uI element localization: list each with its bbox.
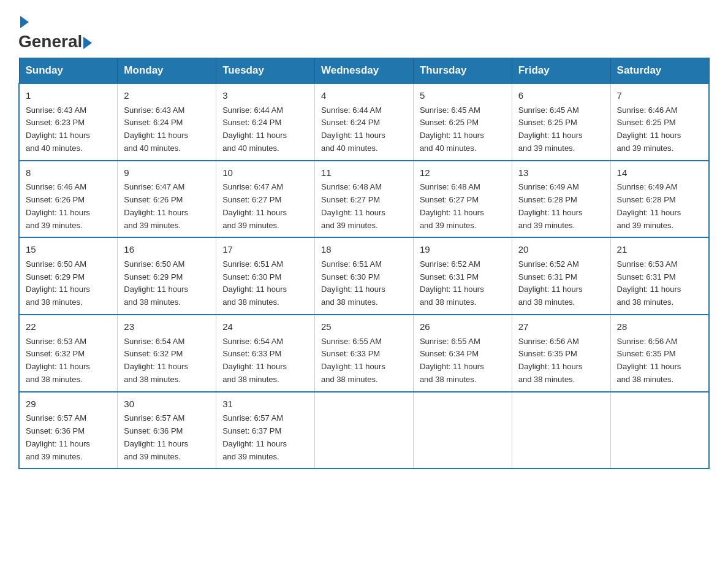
calendar-cell: 15Sunrise: 6:50 AMSunset: 6:29 PMDayligh… [19,237,118,315]
day-number: 29 [26,397,111,412]
calendar-cell: 31Sunrise: 6:57 AMSunset: 6:37 PMDayligh… [216,392,315,469]
day-info: Sunrise: 6:48 AMSunset: 6:27 PMDaylight:… [321,182,385,229]
day-info: Sunrise: 6:45 AMSunset: 6:25 PMDaylight:… [420,105,484,153]
calendar-cell: 3Sunrise: 6:44 AMSunset: 6:24 PMDaylight… [216,83,315,161]
day-number: 9 [124,166,210,180]
calendar-week-row: 15Sunrise: 6:50 AMSunset: 6:29 PMDayligh… [19,237,709,315]
day-number: 15 [26,243,111,257]
day-info: Sunrise: 6:50 AMSunset: 6:29 PMDaylight:… [26,259,90,307]
day-number: 14 [617,166,702,180]
day-info: Sunrise: 6:57 AMSunset: 6:36 PMDaylight:… [26,413,90,461]
calendar-week-row: 8Sunrise: 6:46 AMSunset: 6:26 PMDaylight… [19,161,709,238]
day-number: 12 [420,166,506,180]
calendar-week-row: 29Sunrise: 6:57 AMSunset: 6:36 PMDayligh… [19,392,709,469]
day-info: Sunrise: 6:46 AMSunset: 6:26 PMDaylight:… [26,182,90,229]
header-wednesday: Wednesday [315,58,414,84]
day-number: 5 [420,89,506,103]
day-number: 28 [617,320,702,334]
day-info: Sunrise: 6:53 AMSunset: 6:31 PMDaylight:… [617,259,681,307]
day-info: Sunrise: 6:53 AMSunset: 6:32 PMDaylight:… [26,337,90,384]
day-info: Sunrise: 6:49 AMSunset: 6:28 PMDaylight:… [518,182,583,229]
calendar-cell: 4Sunrise: 6:44 AMSunset: 6:24 PMDaylight… [315,83,414,161]
calendar-header-row: SundayMondayTuesdayWednesdayThursdayFrid… [19,58,709,84]
header-tuesday: Tuesday [216,58,315,84]
day-info: Sunrise: 6:49 AMSunset: 6:28 PMDaylight:… [617,182,681,229]
calendar-cell: 26Sunrise: 6:55 AMSunset: 6:34 PMDayligh… [413,315,512,392]
calendar-cell: 25Sunrise: 6:55 AMSunset: 6:33 PMDayligh… [315,315,414,392]
calendar-cell: 1Sunrise: 6:43 AMSunset: 6:23 PMDaylight… [19,83,118,161]
day-number: 3 [222,89,308,103]
day-info: Sunrise: 6:54 AMSunset: 6:33 PMDaylight:… [222,337,287,384]
day-number: 11 [321,166,407,180]
calendar-cell: 5Sunrise: 6:45 AMSunset: 6:25 PMDaylight… [413,83,512,161]
day-number: 26 [420,320,506,334]
day-number: 17 [222,243,308,257]
day-info: Sunrise: 6:43 AMSunset: 6:23 PMDaylight:… [26,105,90,153]
calendar-cell: 18Sunrise: 6:51 AMSunset: 6:30 PMDayligh… [315,237,414,315]
day-number: 7 [617,89,702,103]
day-info: Sunrise: 6:47 AMSunset: 6:26 PMDaylight:… [124,182,188,229]
day-number: 27 [518,320,604,334]
day-info: Sunrise: 6:56 AMSunset: 6:35 PMDaylight:… [518,337,583,384]
day-info: Sunrise: 6:50 AMSunset: 6:29 PMDaylight:… [124,259,188,307]
calendar-cell: 30Sunrise: 6:57 AMSunset: 6:36 PMDayligh… [118,392,216,469]
logo-arrow-icon [20,16,29,28]
calendar-cell: 12Sunrise: 6:48 AMSunset: 6:27 PMDayligh… [413,161,512,238]
day-number: 6 [518,89,604,103]
day-info: Sunrise: 6:51 AMSunset: 6:30 PMDaylight:… [321,259,385,307]
calendar-cell: 17Sunrise: 6:51 AMSunset: 6:30 PMDayligh… [216,237,315,315]
day-info: Sunrise: 6:45 AMSunset: 6:25 PMDaylight:… [518,105,583,153]
day-info: Sunrise: 6:57 AMSunset: 6:37 PMDaylight:… [222,413,287,461]
calendar-cell: 10Sunrise: 6:47 AMSunset: 6:27 PMDayligh… [216,161,315,238]
day-info: Sunrise: 6:56 AMSunset: 6:35 PMDaylight:… [617,337,681,384]
calendar-cell: 6Sunrise: 6:45 AMSunset: 6:25 PMDaylight… [512,83,610,161]
day-info: Sunrise: 6:57 AMSunset: 6:36 PMDaylight:… [124,413,188,461]
calendar-table: SundayMondayTuesdayWednesdayThursdayFrid… [18,58,710,469]
day-number: 25 [321,320,407,334]
day-info: Sunrise: 6:48 AMSunset: 6:27 PMDaylight:… [420,182,484,229]
calendar-cell: 22Sunrise: 6:53 AMSunset: 6:32 PMDayligh… [19,315,118,392]
day-number: 2 [124,89,210,103]
logo-general-line2: General [18,32,82,51]
calendar-cell [610,392,709,469]
day-number: 24 [222,320,308,334]
header-thursday: Thursday [413,58,512,84]
calendar-cell: 24Sunrise: 6:54 AMSunset: 6:33 PMDayligh… [216,315,315,392]
day-info: Sunrise: 6:44 AMSunset: 6:24 PMDaylight:… [321,105,385,153]
calendar-cell: 13Sunrise: 6:49 AMSunset: 6:28 PMDayligh… [512,161,610,238]
calendar-cell: 11Sunrise: 6:48 AMSunset: 6:27 PMDayligh… [315,161,414,238]
calendar-cell [512,392,610,469]
calendar-cell: 23Sunrise: 6:54 AMSunset: 6:32 PMDayligh… [118,315,216,392]
logo: General [18,12,93,47]
day-info: Sunrise: 6:43 AMSunset: 6:24 PMDaylight:… [124,105,188,153]
day-number: 18 [321,243,407,257]
header-sunday: Sunday [19,58,118,84]
day-number: 10 [222,166,308,180]
day-number: 19 [420,243,506,257]
day-info: Sunrise: 6:51 AMSunset: 6:30 PMDaylight:… [222,259,287,307]
header-saturday: Saturday [610,58,709,84]
calendar-cell: 7Sunrise: 6:46 AMSunset: 6:25 PMDaylight… [610,83,709,161]
day-info: Sunrise: 6:55 AMSunset: 6:33 PMDaylight:… [321,337,385,384]
day-number: 16 [124,243,210,257]
calendar-cell: 20Sunrise: 6:52 AMSunset: 6:31 PMDayligh… [512,237,610,315]
day-number: 31 [222,397,308,412]
day-info: Sunrise: 6:47 AMSunset: 6:27 PMDaylight:… [222,182,287,229]
day-number: 8 [26,166,111,180]
logo-text [18,12,30,32]
calendar-cell: 29Sunrise: 6:57 AMSunset: 6:36 PMDayligh… [19,392,118,469]
calendar-cell: 8Sunrise: 6:46 AMSunset: 6:26 PMDaylight… [19,161,118,238]
calendar-week-row: 1Sunrise: 6:43 AMSunset: 6:23 PMDaylight… [19,83,709,161]
day-number: 13 [518,166,604,180]
day-number: 4 [321,89,407,103]
calendar-cell: 27Sunrise: 6:56 AMSunset: 6:35 PMDayligh… [512,315,610,392]
day-number: 20 [518,243,604,257]
calendar-cell [413,392,512,469]
calendar-cell: 19Sunrise: 6:52 AMSunset: 6:31 PMDayligh… [413,237,512,315]
calendar-cell: 28Sunrise: 6:56 AMSunset: 6:35 PMDayligh… [610,315,709,392]
calendar-cell: 16Sunrise: 6:50 AMSunset: 6:29 PMDayligh… [118,237,216,315]
day-number: 1 [26,89,111,103]
day-number: 21 [617,243,702,257]
header-friday: Friday [512,58,610,84]
page-header: General [18,12,710,47]
